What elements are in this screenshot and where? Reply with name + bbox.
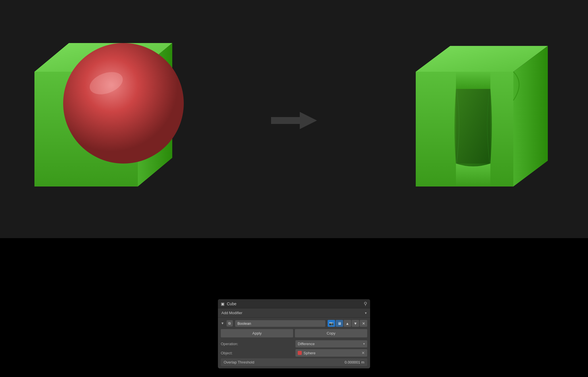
chevron-down-icon: ▾: [365, 311, 367, 315]
modifier-block: ▼ ⧉ 📷 🖥 ▲ ▼ ✕ Apply Copy: [218, 318, 370, 368]
panel-header: ▣ Cube ⚲: [218, 299, 370, 308]
properties-panel: ▣ Cube ⚲ Add Modifier ▾ ▼ ⧉ 📷 🖥 ▲: [218, 299, 370, 368]
svg-marker-9: [490, 72, 513, 186]
object-name: Sphere: [303, 351, 316, 355]
modifier-name-input[interactable]: [235, 320, 325, 327]
operation-dropdown[interactable]: Difference ▾: [295, 340, 367, 347]
add-modifier-label: Add Modifier: [221, 311, 242, 315]
operation-chevron-icon: ▾: [363, 342, 365, 346]
svg-marker-8: [416, 72, 456, 186]
viewport: ▣ Cube ⚲ Add Modifier ▾ ▼ ⧉ 📷 🖥 ▲: [0, 0, 588, 377]
add-modifier-dropdown[interactable]: Add Modifier ▾: [218, 308, 370, 318]
overlap-threshold-value: 0.000001 m: [345, 360, 364, 364]
panel-title: Cube: [227, 302, 236, 306]
overlap-threshold-label: Overlap Threshold: [224, 360, 254, 364]
3d-scene: [0, 0, 588, 238]
svg-marker-6: [271, 112, 317, 129]
modifier-collapse-toggle[interactable]: ▼: [221, 321, 224, 325]
camera-visibility-button[interactable]: 📷: [328, 320, 335, 327]
apply-button[interactable]: Apply: [221, 329, 293, 337]
object-label: Object:: [221, 351, 293, 355]
object-color-swatch: [298, 351, 302, 355]
svg-point-4: [63, 43, 184, 164]
svg-marker-10: [456, 72, 490, 89]
move-down-button[interactable]: ▼: [352, 320, 359, 327]
modifier-properties: Operation: Difference ▾ Object: Sphere ✕: [221, 340, 367, 357]
modifier-action-buttons: 📷 🖥 ▲ ▼ ✕: [328, 320, 367, 327]
svg-marker-11: [456, 164, 490, 186]
operation-value: Difference: [298, 342, 315, 346]
object-clear-icon[interactable]: ✕: [361, 351, 365, 355]
modifier-type-icon: ⧉: [227, 320, 233, 327]
apply-copy-buttons: Apply Copy: [221, 329, 367, 337]
copy-button[interactable]: Copy: [295, 329, 367, 337]
boolean-arrow: [271, 109, 317, 133]
operation-label: Operation:: [221, 342, 293, 346]
remove-modifier-button[interactable]: ✕: [360, 320, 367, 327]
overlap-threshold-row: Overlap Threshold 0.000001 m: [221, 358, 367, 366]
panel-object-icon: ▣: [221, 302, 225, 306]
viewport-visibility-button[interactable]: 🖥: [336, 320, 343, 327]
right-scene-object: [404, 26, 577, 209]
pin-icon[interactable]: ⚲: [364, 301, 367, 306]
object-field[interactable]: Sphere ✕: [295, 349, 367, 357]
move-up-button[interactable]: ▲: [344, 320, 351, 327]
left-scene-object: [17, 14, 201, 209]
modifier-header: ▼ ⧉ 📷 🖥 ▲ ▼ ✕: [221, 320, 367, 327]
